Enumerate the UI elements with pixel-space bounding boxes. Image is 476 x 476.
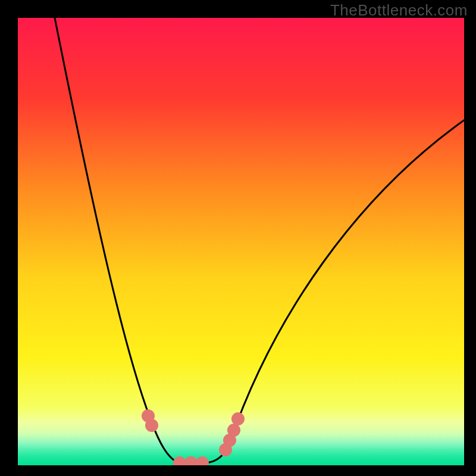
data-point-8 — [231, 412, 245, 425]
chart-plot-area — [18, 18, 464, 465]
chart-frame: TheBottleneck.com — [0, 0, 476, 476]
chart-svg — [18, 18, 464, 465]
watermark-text: TheBottleneck.com — [330, 1, 468, 20]
chart-background — [18, 18, 464, 465]
data-point-1 — [145, 419, 158, 432]
data-point-7 — [227, 424, 240, 437]
